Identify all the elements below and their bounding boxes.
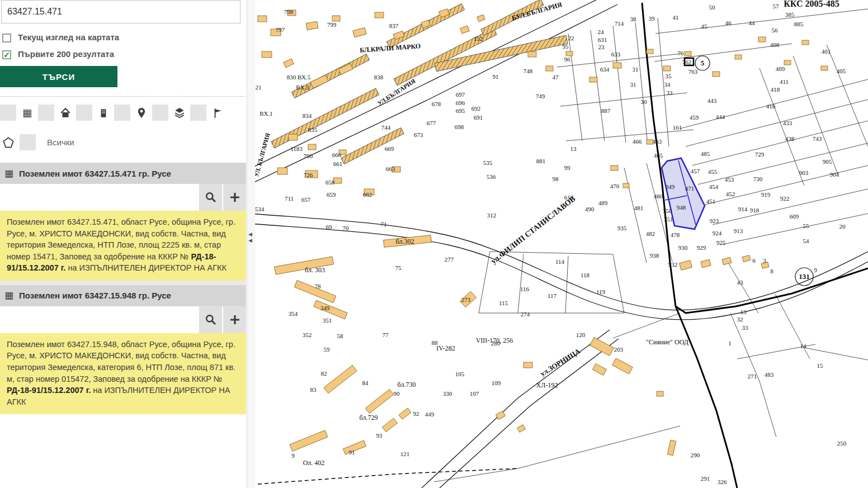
grid-tool-button[interactable]: ▦ bbox=[19, 105, 35, 121]
parcel-number: 91 bbox=[349, 449, 355, 456]
map-toolbar: ▦ bbox=[0, 105, 246, 121]
result-description: Поземлен имот 63427.15.471, област Русе,… bbox=[0, 211, 246, 281]
parcel-number: 118 bbox=[581, 272, 590, 278]
first-200-label: Първите 200 резултата bbox=[18, 49, 135, 59]
parcel-number: 453 bbox=[725, 176, 734, 183]
building-footprint bbox=[290, 430, 328, 452]
parcel-number: 922 bbox=[780, 195, 790, 202]
parcel-number: 161 bbox=[673, 124, 682, 131]
parcel-number: 274 bbox=[521, 311, 530, 318]
parcel-number: 663 bbox=[386, 165, 395, 172]
building-footprint bbox=[399, 408, 411, 419]
tool-button-empty[interactable] bbox=[76, 105, 92, 121]
tool-button-empty[interactable] bbox=[114, 105, 130, 121]
parcel-number: 83 bbox=[310, 386, 317, 393]
result-header[interactable]: ▦ Поземлен имот 63427.15.471 гр. Русе bbox=[0, 163, 246, 184]
result-title: Поземлен имот 63427.15.948 гр. Русе bbox=[19, 291, 171, 300]
parcel-number: 799 bbox=[327, 21, 337, 28]
search-button[interactable]: ТЪРСИ bbox=[0, 66, 117, 87]
add-result-button[interactable] bbox=[222, 306, 246, 333]
map-text-label: бл. 303 bbox=[305, 266, 325, 274]
parcel-number: 763 bbox=[688, 68, 698, 75]
tool-button-empty[interactable] bbox=[190, 105, 206, 121]
tool-button-empty[interactable] bbox=[38, 105, 54, 121]
parcel-number: 15 bbox=[817, 362, 824, 369]
parcel-number: 478 bbox=[671, 231, 680, 238]
parcel-number: 23 bbox=[598, 44, 605, 50]
parcel-number: 91 bbox=[493, 73, 499, 80]
parcel-number: 121 bbox=[400, 451, 410, 457]
building-footprint bbox=[477, 15, 485, 22]
parcel-number: 744 bbox=[381, 124, 391, 131]
building-tool-button[interactable] bbox=[95, 105, 111, 121]
parcel-number: 762 bbox=[682, 59, 692, 65]
add-result-button[interactable] bbox=[222, 184, 246, 211]
cadastral-map[interactable]: 79879979783715291838830 ВХ.5ВХ.3ВХ.12183… bbox=[255, 0, 868, 488]
building-footprint bbox=[663, 66, 671, 71]
parcel-number: 678 bbox=[432, 101, 441, 107]
parcel-number: 459 bbox=[690, 114, 699, 121]
parcel-number: 54 bbox=[803, 238, 810, 244]
parcel-number: 481 bbox=[634, 205, 644, 211]
tool-button-empty[interactable] bbox=[20, 134, 36, 150]
building-footprint bbox=[647, 49, 653, 54]
parcel-number: 114 bbox=[555, 258, 565, 265]
cadastre-boundary bbox=[642, 3, 868, 488]
selection-filter-row: Всички bbox=[0, 134, 246, 150]
home-icon bbox=[60, 107, 71, 119]
parcel-number: 929 bbox=[697, 244, 706, 251]
building-footprint bbox=[685, 51, 691, 56]
tool-button-empty[interactable] bbox=[152, 105, 168, 121]
zoom-to-result-button[interactable] bbox=[198, 306, 222, 333]
zoom-to-result-button[interactable] bbox=[198, 184, 222, 211]
map-text-label: ХЛ-192 bbox=[536, 381, 558, 389]
building-footprint bbox=[258, 16, 267, 22]
current-view-checkbox[interactable] bbox=[2, 34, 11, 42]
parcel-number: 930 bbox=[678, 244, 688, 251]
parcel-number: 925 bbox=[716, 239, 726, 246]
parcel-number: 352 bbox=[303, 331, 312, 338]
polygon-select-button[interactable] bbox=[0, 134, 16, 150]
parcel-number: 535 bbox=[483, 159, 493, 166]
result-header[interactable]: ▦ Поземлен имот 63427.15.948 гр. Русе bbox=[0, 285, 246, 306]
first-200-checkbox[interactable]: ✓ bbox=[2, 50, 11, 59]
sidebar-collapse-handle[interactable]: ◀◀ bbox=[247, 0, 255, 488]
parcel-number: 14 bbox=[800, 343, 807, 349]
parcel-number: 751 bbox=[664, 216, 673, 222]
search-input[interactable] bbox=[1, 0, 240, 23]
layers-tool-button[interactable] bbox=[171, 105, 187, 121]
parcel-number: 117 bbox=[548, 292, 557, 299]
home-tool-button[interactable] bbox=[57, 105, 73, 121]
parcel-number: 835 bbox=[308, 126, 318, 133]
parcel-number: 76 bbox=[678, 50, 685, 56]
building-footprint bbox=[262, 51, 272, 58]
parcel-number: 697 bbox=[456, 91, 465, 98]
parcel-number: 661 bbox=[333, 160, 343, 167]
map-text-label: бл.302 bbox=[396, 238, 414, 245]
parcel-number: 465 bbox=[654, 152, 663, 159]
parcel-number: 20 bbox=[839, 223, 846, 230]
marker-tool-button[interactable] bbox=[133, 105, 149, 121]
parcel-number: 463 bbox=[653, 138, 662, 145]
flag-tool-button[interactable] bbox=[209, 105, 225, 121]
building-footprint bbox=[314, 300, 347, 319]
parcel-number: 534 bbox=[255, 206, 265, 212]
building-footprint bbox=[566, 51, 573, 56]
building-footprint bbox=[784, 60, 791, 65]
map-text-label: Ол. 402 bbox=[303, 459, 325, 467]
tool-button-empty[interactable] bbox=[0, 105, 16, 121]
magnifier-icon bbox=[205, 191, 217, 203]
parcel-number: 105 bbox=[455, 371, 465, 377]
results-list: ▦ Поземлен имот 63427.15.471 гр. Русе bbox=[0, 163, 246, 414]
parcel-number: 409 bbox=[776, 65, 785, 72]
polygon-icon bbox=[2, 136, 15, 149]
parcel-number: 750 bbox=[663, 207, 672, 214]
building-footprint bbox=[590, 338, 614, 356]
parcel-number: 99 bbox=[564, 164, 571, 171]
building-footprint bbox=[308, 144, 316, 150]
first-200-option: ✓ Първите 200 резултата bbox=[2, 49, 246, 59]
building-footprint bbox=[289, 134, 298, 140]
parcel-number: 277 bbox=[445, 256, 454, 263]
parcel-number: 451 bbox=[706, 198, 716, 205]
building-footprint bbox=[592, 364, 606, 376]
